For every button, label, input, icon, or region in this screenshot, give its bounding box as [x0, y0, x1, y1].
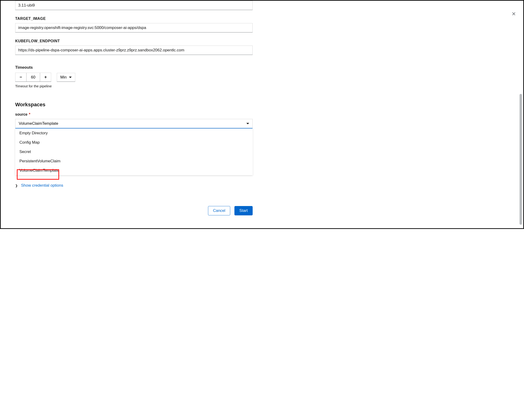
chevron-right-icon: ❯ [15, 184, 18, 187]
cancel-button[interactable]: Cancel [208, 206, 230, 215]
first-field-group [15, 1, 253, 10]
close-icon: ✕ [512, 11, 516, 17]
timeout-unit-select[interactable]: Min [57, 73, 75, 82]
target-image-label: TARGET_IMAGE [15, 17, 253, 21]
dropdown-item-empty-directory[interactable]: Empty Directory [15, 129, 253, 138]
source-label: source* [15, 112, 253, 117]
start-button[interactable]: Start [235, 206, 253, 215]
modal-panel: ✕ TARGET_IMAGE KUBEFLOW_ENDPOINT Timeout… [0, 0, 524, 229]
source-dropdown-toggle[interactable]: VolumeClaimTemplate [15, 119, 253, 129]
dropdown-item-config-map[interactable]: Config Map [15, 138, 253, 147]
scrollbar-track[interactable] [520, 2, 522, 227]
show-credential-options-link[interactable]: Show credential options [21, 183, 63, 188]
source-dropdown-menu: Empty Directory Config Map Secret Persis… [15, 129, 253, 175]
required-indicator: * [29, 112, 30, 116]
stepper-decrement-button[interactable]: − [15, 73, 26, 82]
minus-icon: − [20, 75, 22, 80]
dropdown-item-secret[interactable]: Secret [15, 147, 253, 156]
version-input[interactable] [15, 1, 253, 10]
close-button[interactable]: ✕ [511, 10, 517, 18]
caret-down-icon [69, 77, 72, 78]
timeouts-row: − + Min [15, 73, 253, 82]
timeouts-label: Timeouts [15, 65, 253, 70]
footer-actions: Cancel Start [15, 206, 253, 215]
timeout-stepper: − + [15, 73, 51, 82]
timeout-helper-text: Timeout for the pipeline [15, 84, 253, 88]
timeout-value-input[interactable] [26, 73, 40, 82]
scrollbar-thumb[interactable] [520, 94, 522, 225]
stepper-increment-button[interactable]: + [40, 73, 51, 82]
kubeflow-endpoint-label: KUBEFLOW_ENDPOINT [15, 39, 253, 43]
credential-link-row: ❯ Show credential options [15, 183, 253, 188]
target-image-input[interactable] [15, 23, 253, 33]
caret-down-icon [246, 123, 249, 124]
source-field-group: source* VolumeClaimTemplate Empty Direct… [15, 112, 253, 188]
timeout-unit-value: Min [60, 75, 67, 80]
source-label-text: source [15, 112, 27, 116]
dropdown-item-volume-claim-template[interactable]: VolumeClaimTemplate [15, 166, 253, 175]
kubeflow-endpoint-group: KUBEFLOW_ENDPOINT [15, 39, 253, 55]
source-selected-value: VolumeClaimTemplate [19, 121, 58, 126]
kubeflow-endpoint-input[interactable] [15, 46, 253, 55]
dropdown-item-pvc[interactable]: PersistentVolumeClaim [15, 156, 253, 166]
form-content: TARGET_IMAGE KUBEFLOW_ENDPOINT Timeouts … [1, 1, 267, 222]
source-dropdown-wrapper: VolumeClaimTemplate Empty Directory Conf… [15, 119, 253, 129]
target-image-group: TARGET_IMAGE [15, 17, 253, 33]
plus-icon: + [44, 75, 47, 80]
workspaces-heading: Workspaces [15, 102, 253, 108]
timeouts-group: Timeouts − + Min Timeout for the pipelin… [15, 65, 253, 88]
